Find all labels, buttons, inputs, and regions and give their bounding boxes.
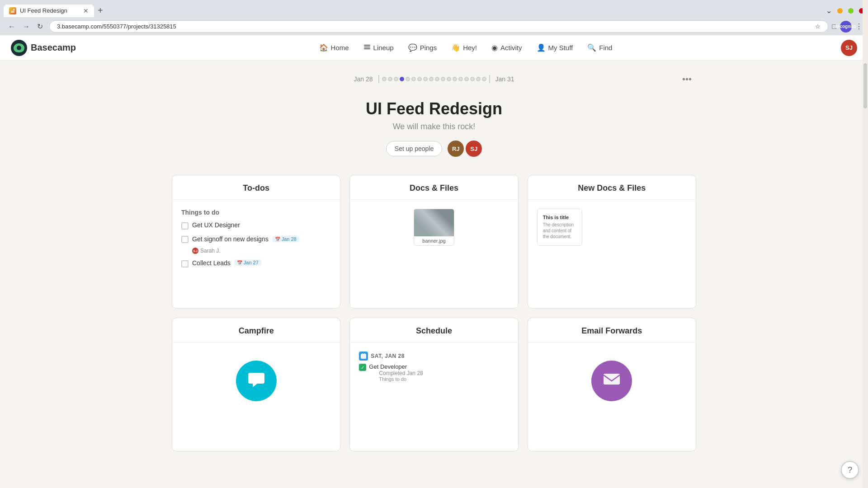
timeline-dot-14[interactable] xyxy=(464,77,469,81)
todo-item-3: Collect Leads 📅 Jan 27 xyxy=(181,259,331,267)
new-docs-card-body: This is title The description and conten… xyxy=(528,200,696,308)
maximize-button[interactable] xyxy=(848,8,854,14)
doc-thumbnail[interactable]: banner.jpg xyxy=(414,209,454,246)
nav-activity[interactable]: ◉ Activity xyxy=(485,40,528,56)
browser-chrome: 🏕 UI Feed Redesign ✕ + ⌄ ← → ↻ 3.basecam… xyxy=(0,0,868,35)
timeline-dot-11[interactable] xyxy=(447,77,451,81)
new-doc-tile[interactable]: This is title The description and conten… xyxy=(537,209,582,246)
schedule-date-label: SAT, JAN 28 xyxy=(371,353,405,359)
nav-hey[interactable]: 👋 Hey! xyxy=(445,40,483,56)
nav-pings[interactable]: 💬 Pings xyxy=(402,40,443,56)
user-avatar[interactable]: SJ xyxy=(841,40,857,56)
schedule-task-section-1: Things to do xyxy=(379,376,423,382)
schedule-item-1: SAT, JAN 28 ✓ Get Developer Completed Ja… xyxy=(359,352,509,382)
timeline-more-button[interactable]: ••• xyxy=(678,71,696,87)
setup-people-button[interactable]: Set up people xyxy=(386,141,442,156)
schedule-card: Schedule SAT, JAN 28 xyxy=(349,318,518,451)
todo-checkbox-2[interactable] xyxy=(181,236,189,243)
avatar-rj[interactable]: RJ xyxy=(448,141,464,157)
active-tab[interactable]: 🏕 UI Feed Redesign ✕ xyxy=(4,5,94,17)
timeline-start-date: Jan 28 xyxy=(354,75,373,83)
timeline-dot-6[interactable] xyxy=(417,77,422,81)
schedule-task-1: ✓ Get Developer Completed Jan 28 Things … xyxy=(359,363,509,382)
new-docs-card: New Docs & Files This is title The descr… xyxy=(528,175,696,309)
email-forwards-card-title: Email Forwards xyxy=(581,326,642,335)
todo-checkbox-1[interactable] xyxy=(181,222,189,230)
campfire-card: Campfire xyxy=(172,318,340,451)
profile-badge[interactable]: Incognito xyxy=(840,21,852,33)
new-docs-card-title: New Docs & Files xyxy=(578,183,646,192)
doc-image xyxy=(414,209,454,236)
nav-hey-label: Hey! xyxy=(463,44,477,52)
url-text: 3.basecamp.com/5550377/projects/31325815 xyxy=(57,23,811,30)
timeline-dot-12[interactable] xyxy=(453,77,457,81)
browser-toolbar: ← → ↻ 3.basecamp.com/5550377/projects/31… xyxy=(0,18,868,35)
timeline-end-date: Jan 31 xyxy=(495,75,514,83)
new-tab-button[interactable]: + xyxy=(94,4,107,18)
timeline-dot-13[interactable] xyxy=(458,77,463,81)
doc-image-inner xyxy=(414,209,454,236)
lineup-icon xyxy=(363,43,371,52)
forward-button[interactable]: → xyxy=(20,20,33,33)
timeline-dot-15[interactable] xyxy=(470,77,475,81)
toolbar-actions: □ Incognito ⋮ xyxy=(832,21,863,33)
nav-home[interactable]: 🏠 Home xyxy=(313,40,355,56)
project-header: UI Feed Redesign We will make this rock!… xyxy=(172,99,696,157)
svg-rect-11 xyxy=(362,353,363,355)
nav-buttons: ← → ↻ xyxy=(5,20,46,33)
timeline-dot-4[interactable] xyxy=(406,77,410,81)
project-title: UI Feed Redesign xyxy=(172,99,696,118)
svg-rect-12 xyxy=(364,353,365,355)
campfire-card-header: Campfire xyxy=(172,318,340,343)
find-icon: 🔍 xyxy=(587,43,596,52)
reload-button[interactable]: ↻ xyxy=(34,20,46,33)
nav-my-stuff[interactable]: 👤 My Stuff xyxy=(530,40,580,56)
todo-label-1: Get UX Designer xyxy=(192,221,240,229)
star-icon[interactable]: ☆ xyxy=(815,23,821,30)
campfire-icon-wrapper xyxy=(181,352,331,410)
todo-checkbox-3[interactable] xyxy=(181,260,189,267)
timeline-dot-17[interactable] xyxy=(482,77,486,81)
timeline-dot-3[interactable] xyxy=(400,77,404,81)
avatar-sj[interactable]: SJ xyxy=(466,141,482,157)
timeline-dot-0[interactable] xyxy=(382,77,387,81)
nav-lineup[interactable]: Lineup xyxy=(357,40,400,56)
timeline-dot-10[interactable] xyxy=(441,77,445,81)
schedule-card-header: Schedule xyxy=(350,318,518,343)
timeline-dot-9[interactable] xyxy=(435,77,439,81)
project-subtitle: We will make this rock! xyxy=(172,122,696,131)
timeline-dot-5[interactable] xyxy=(411,77,416,81)
address-bar[interactable]: 3.basecamp.com/5550377/projects/31325815… xyxy=(49,20,828,33)
campfire-card-title: Campfire xyxy=(239,326,274,335)
svg-rect-4 xyxy=(364,48,370,49)
tab-favicon: 🏕 xyxy=(9,7,16,14)
nav-find-label: Find xyxy=(599,44,612,52)
timeline-dot-1[interactable] xyxy=(388,77,392,81)
tab-title: UI Feed Redesign xyxy=(20,7,80,14)
brand-logo-link[interactable]: Basecamp xyxy=(11,40,76,56)
docs-files-card-body: banner.jpg xyxy=(350,200,518,308)
svg-rect-10 xyxy=(361,354,366,359)
new-doc-description: The description and content of the docum… xyxy=(543,222,576,239)
main-content: Jan 28 Jan 31 ••• UI Feed Redesign We wi… xyxy=(163,61,705,460)
browser-tabs: 🏕 UI Feed Redesign ✕ + ⌄ xyxy=(0,0,868,18)
tab-close-button[interactable]: ✕ xyxy=(83,7,89,14)
brand-name: Basecamp xyxy=(31,42,76,53)
timeline-dot-2[interactable] xyxy=(394,77,398,81)
my-stuff-icon: 👤 xyxy=(537,43,546,52)
timeline-dot-16[interactable] xyxy=(476,77,481,81)
schedule-check-icon: ✓ xyxy=(359,364,366,371)
minimize-button[interactable] xyxy=(837,8,843,14)
todo-date-badge-2: 📅 Jan 28 xyxy=(272,236,299,242)
browser-more-button[interactable]: ⋮ xyxy=(855,22,863,31)
timeline-dot-7[interactable] xyxy=(423,77,428,81)
assignee-name-2: Sarah J. xyxy=(200,248,221,254)
timeline-dot-8[interactable] xyxy=(429,77,434,81)
back-button[interactable]: ← xyxy=(5,20,18,33)
nav-find[interactable]: 🔍 Find xyxy=(581,40,618,56)
todo-item-1: Get UX Designer xyxy=(181,221,331,230)
scrollbar[interactable] xyxy=(863,0,868,460)
app-navigation: Basecamp 🏠 Home Lineup 💬 Pings 👋 Hey! ◉ … xyxy=(0,35,868,61)
activity-icon: ◉ xyxy=(491,43,498,52)
scrollbar-thumb[interactable] xyxy=(863,63,867,108)
